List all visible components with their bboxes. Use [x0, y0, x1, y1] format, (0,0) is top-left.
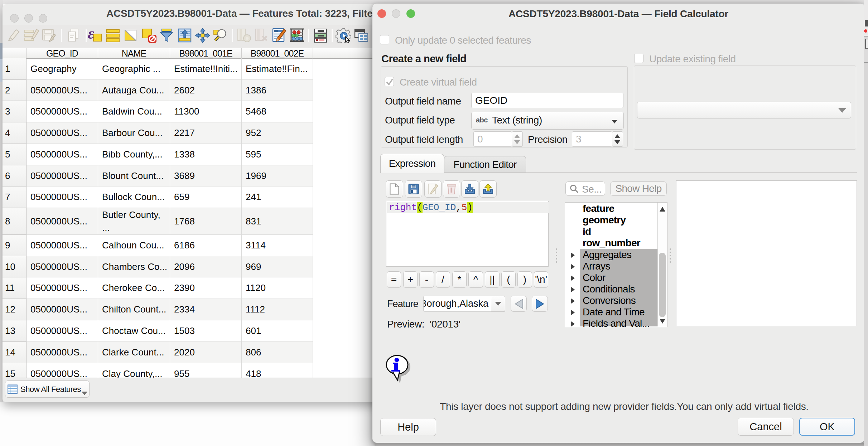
svg-text:ε: ε	[88, 28, 94, 42]
